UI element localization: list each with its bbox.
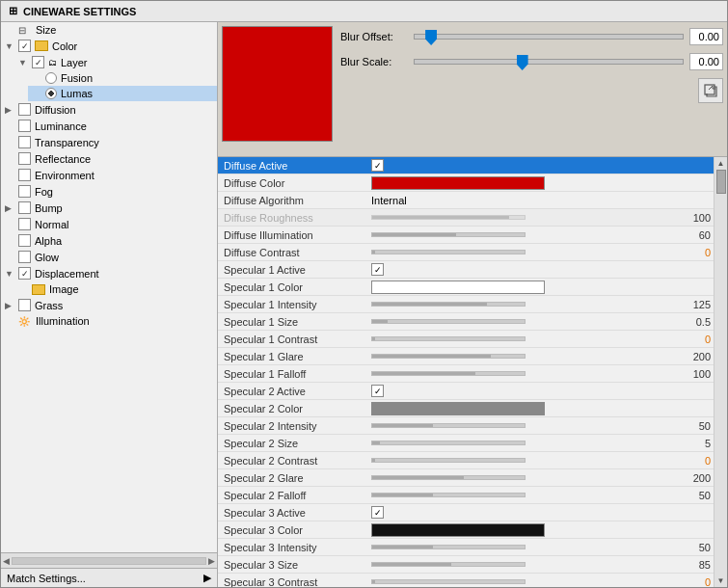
spec1-color-swatch[interactable]	[371, 281, 545, 294]
radio-fusion[interactable]	[45, 72, 57, 84]
preview-area: Blur Offset: 0.00 Blur Scale:	[218, 22, 727, 157]
spec1-active-checkbox[interactable]	[371, 263, 384, 276]
checkbox-layer[interactable]	[32, 56, 44, 68]
checkbox-color[interactable]	[18, 40, 31, 52]
tree-item-lumas[interactable]: Lumas	[28, 86, 217, 101]
checkbox-glow[interactable]	[18, 251, 31, 263]
lumas-label: Lumas	[61, 88, 93, 99]
props-container: Diffuse Active Diffuse Color	[218, 157, 727, 587]
prop-value-spec3-size	[367, 561, 680, 568]
checkbox-fog[interactable]	[18, 185, 31, 198]
spec3-size-num: 85	[680, 559, 714, 571]
prop-value-spec2-color[interactable]	[367, 401, 714, 416]
tree-item-bump[interactable]: ▶ Bump	[1, 200, 217, 216]
tree-item-reflectance[interactable]: Reflectance	[1, 150, 217, 167]
match-settings-button[interactable]: Match Settings... ▶	[1, 568, 217, 587]
prop-value-spec2-contrast	[367, 457, 680, 464]
prop-row-spec2-contrast: Specular 2 Contrast 0	[218, 452, 714, 469]
props-table[interactable]: Diffuse Active Diffuse Color	[218, 157, 714, 587]
tree-item-fog[interactable]: Fog	[1, 183, 217, 200]
prop-row-spec3-intensity: Specular 3 Intensity 50	[218, 539, 714, 556]
spec3-intensity-num: 50	[680, 542, 714, 553]
checkbox-reflectance[interactable]	[18, 152, 31, 165]
tree-item-grass[interactable]: ▶ Grass	[1, 297, 217, 313]
export-button[interactable]	[698, 78, 723, 103]
checkbox-grass[interactable]	[18, 299, 31, 311]
prop-name-spec3-color: Specular 3 Color	[218, 523, 367, 537]
spec2-falloff-num: 50	[680, 490, 714, 501]
blur-scale-track[interactable]	[414, 59, 684, 65]
scroll-right-arrow[interactable]: ▶	[208, 556, 215, 566]
spec1-glare-num: 200	[680, 351, 714, 362]
prop-value-diffuse-color[interactable]	[367, 175, 714, 191]
expand-icon-color: ▼	[5, 41, 18, 51]
prop-value-spec2-falloff	[367, 492, 680, 498]
spec2-active-checkbox[interactable]	[371, 385, 384, 397]
prop-value-diffuse-active	[367, 158, 714, 173]
v-scrollbar[interactable]: ▲ ▼	[714, 157, 727, 587]
checkbox-environment[interactable]	[18, 169, 31, 181]
blur-scale-thumb[interactable]	[517, 55, 528, 70]
blur-scale-value[interactable]: 0.00	[689, 53, 723, 70]
prop-row-spec1-falloff: Specular 1 Falloff 100	[218, 365, 714, 383]
radio-lumas[interactable]	[45, 88, 57, 99]
tree-item-image[interactable]: Image	[14, 281, 217, 297]
scroll-up-arrow[interactable]: ▲	[717, 159, 725, 168]
prop-value-spec3-color[interactable]	[367, 522, 714, 538]
tree-item-color[interactable]: ▼ Color	[1, 38, 217, 54]
prop-value-spec3-contrast	[367, 578, 680, 585]
checkbox-normal[interactable]	[18, 218, 31, 230]
spec1-intensity-num: 125	[680, 299, 714, 310]
export-row	[340, 78, 723, 103]
tree-item-fusion[interactable]: Fusion	[28, 70, 217, 86]
checkbox-displacement[interactable]	[18, 267, 31, 280]
checkbox-luminance[interactable]	[18, 120, 31, 132]
transparency-label: Transparency	[35, 137, 99, 148]
prop-name-spec1-contrast: Specular 1 Contrast	[218, 333, 367, 346]
scroll-left-arrow[interactable]: ◀	[3, 556, 10, 566]
spec3-color-swatch[interactable]	[371, 523, 545, 537]
expand-icon-displacement: ▼	[5, 269, 18, 279]
tree-item-glow[interactable]: Glow	[1, 249, 217, 265]
prop-name-spec1-glare: Specular 1 Glare	[218, 350, 367, 363]
tree-area[interactable]: ⊟ Size ▼ Color ▼ 🗂 Layer	[1, 22, 217, 552]
tree-item-size[interactable]: ⊟ Size	[1, 22, 217, 38]
displacement-label: Displacement	[35, 268, 99, 280]
blur-offset-value[interactable]: 0.00	[689, 28, 723, 45]
expand-icon-grass: ▶	[5, 301, 18, 310]
tree-item-normal[interactable]: Normal	[1, 216, 217, 232]
spec2-color-swatch[interactable]	[371, 402, 545, 415]
tree-item-environment[interactable]: Environment	[1, 167, 217, 183]
checkbox-transparency[interactable]	[18, 136, 31, 148]
prop-value-spec1-color[interactable]	[367, 280, 714, 295]
tree-item-transparency[interactable]: Transparency	[1, 134, 217, 150]
prop-row-spec1-intensity: Specular 1 Intensity 125	[218, 296, 714, 313]
checkbox-bump[interactable]	[18, 201, 31, 214]
prop-row-spec1-glare: Specular 1 Glare 200	[218, 348, 714, 365]
expand-icon-normal	[5, 220, 18, 229]
scroll-thumb[interactable]	[716, 170, 726, 194]
scroll-down-arrow[interactable]: ▼	[717, 576, 725, 585]
expand-icon-transparency	[5, 138, 18, 147]
h-scrollbar[interactable]: ◀ ▶	[1, 552, 217, 568]
diffuse-active-checkbox[interactable]	[371, 159, 384, 172]
checkbox-alpha[interactable]	[18, 234, 31, 247]
h-scroll-track[interactable]	[12, 557, 206, 565]
blur-offset-thumb[interactable]	[425, 30, 437, 45]
normal-label: Normal	[35, 219, 68, 230]
spec3-active-checkbox[interactable]	[371, 506, 384, 519]
blur-offset-track[interactable]	[414, 34, 684, 40]
prop-row-spec2-active: Specular 2 Active	[218, 383, 714, 400]
main-window: ⊞ CINEWARE SETTINGS ⊟ Size ▼ Color	[0, 0, 728, 588]
tree-item-displacement[interactable]: ▼ Displacement	[1, 265, 217, 281]
prop-row-spec1-size: Specular 1 Size 0.5	[218, 313, 714, 331]
tree-item-luminance[interactable]: Luminance	[1, 118, 217, 134]
tree-item-alpha[interactable]: Alpha	[1, 232, 217, 249]
spec2-contrast-num: 0	[680, 455, 714, 467]
checkbox-diffusion[interactable]	[18, 103, 31, 116]
prop-name-diffuse-contrast: Diffuse Contrast	[218, 246, 367, 259]
tree-item-diffusion[interactable]: ▶ Diffusion	[1, 101, 217, 118]
diffuse-color-swatch[interactable]	[371, 176, 545, 190]
tree-item-layer[interactable]: ▼ 🗂 Layer	[14, 54, 217, 70]
tree-item-illumination[interactable]: 🔆 Illumination	[1, 313, 217, 329]
